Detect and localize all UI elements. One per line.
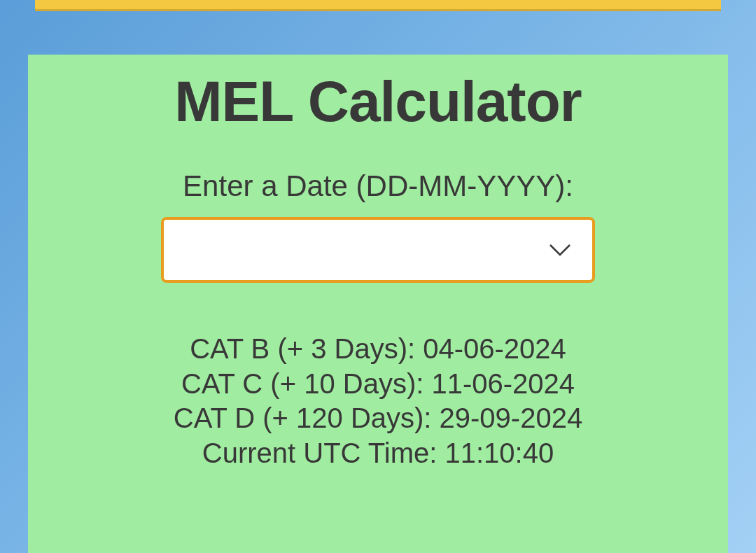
utc-time-result: Current UTC Time: 11:10:40 [70,436,686,471]
date-input-label: Enter a Date (DD-MM-YYYY): [70,169,686,203]
results-section: CAT B (+ 3 Days): 04-06-2024 CAT C (+ 10… [70,332,686,470]
dropdown-wrapper [70,217,686,283]
cat-b-result: CAT B (+ 3 Days): 04-06-2024 [70,332,686,367]
chevron-down-icon [549,244,571,256]
calculator-card: MEL Calculator Enter a Date (DD-MM-YYYY)… [28,55,728,553]
page-title: MEL Calculator [70,69,686,134]
cat-c-result: CAT C (+ 10 Days): 11-06-2024 [70,367,686,402]
top-accent-bar [35,0,721,11]
date-dropdown[interactable] [161,217,595,283]
cat-d-result: CAT D (+ 120 Days): 29-09-2024 [70,401,686,436]
